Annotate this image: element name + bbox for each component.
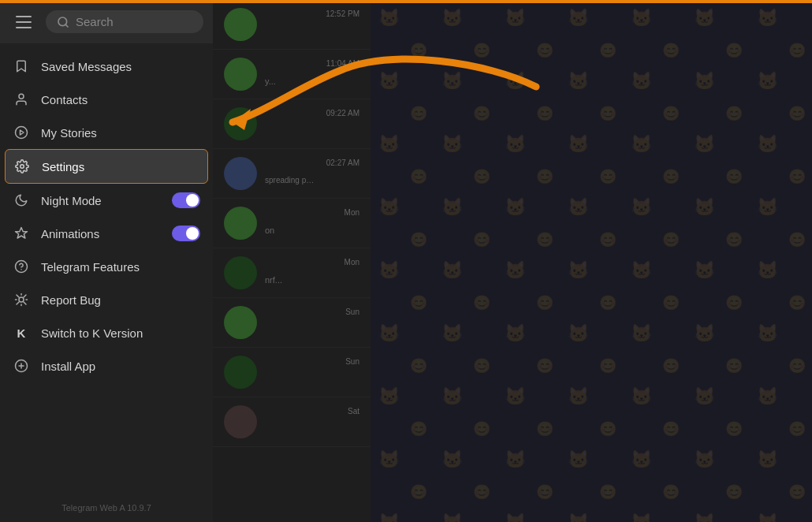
chat-preview: on [265,226,337,235]
svg-point-5 [20,165,24,169]
chat-time: Sat [348,407,359,416]
chat-preview: spreading pornograph... [265,176,318,185]
bookmark-icon [13,58,30,75]
chat-item[interactable]: 09:22 AM [213,99,371,149]
chat-name [265,416,340,428]
k-icon: K [13,324,30,341]
chat-time: 02:27 AM [326,158,359,167]
chat-time: Sun [345,357,359,366]
svg-point-2 [19,94,24,99]
chat-info [265,416,340,428]
chat-time: Mon [345,258,359,267]
chat-item[interactable]: on Mon [213,199,371,248]
chat-time: 09:22 AM [326,109,359,117]
hamburger-button[interactable] [9,8,38,36]
pattern-overlay: 🐱 😊 [371,0,812,522]
avatar [224,107,257,140]
sidebar-item-label: Install App [41,360,95,373]
main-area: 🐱 😊 [371,0,812,522]
avatar [224,405,257,438]
sparkles-icon [13,225,30,242]
sidebar-item-animations[interactable]: Animations [0,217,213,250]
nav-menu: Saved Messages Contacts [0,43,213,497]
sidebar-item-label: Settings [42,160,84,173]
sidebar-item-install-app[interactable]: Install App [0,349,213,382]
sidebar-item-report-bug[interactable]: Report Bug [0,283,213,316]
plus-circle-icon [13,357,30,375]
chat-time: Sun [345,308,359,316]
avatar [224,157,257,190]
avatar [224,356,257,389]
avatar [224,58,257,91]
app-container: Saved Messages Contacts [0,0,812,522]
chat-time: Mon [345,208,359,217]
sidebar-item-night-mode[interactable]: Night Mode [0,184,213,217]
sidebar-item-k-version[interactable]: K Switch to K Version [0,316,213,349]
gear-icon [13,158,31,175]
night-mode-toggle[interactable] [172,192,200,208]
chat-item[interactable]: Sat [213,397,371,447]
chat-item[interactable]: Sun [213,298,371,348]
bug-icon [13,291,30,308]
search-bar[interactable] [46,10,203,33]
chat-name [265,212,337,224]
sidebar-item-telegram-features[interactable]: Telegram Features [0,250,213,283]
sidebar-item-label: Switch to K Version [41,326,143,340]
sidebar: Saved Messages Contacts [0,0,213,522]
chat-info [265,317,337,329]
sidebar-item-label: Contacts [41,93,88,106]
chat-name [265,117,318,129]
chat-info [265,367,337,378]
hamburger-line-2 [16,21,32,23]
toggle-knob [186,194,199,207]
k-label: K [17,326,26,340]
svg-point-8 [19,297,24,302]
sidebar-item-stories[interactable]: My Stories [0,116,213,149]
svg-line-1 [65,24,68,27]
chat-time: 12:52 PM [326,9,359,18]
chat-info: nrf... [265,262,337,285]
chat-info [265,117,318,131]
person-icon [13,91,30,108]
chat-item[interactable]: spreading pornograph... 02:27 AM [213,149,371,199]
chat-item[interactable]: nrf... Mon [213,248,371,298]
avatar [224,8,257,41]
chat-info: spreading pornograph... [265,162,318,185]
moon-icon [13,192,30,209]
chat-item[interactable]: 12:52 PM [213,0,371,50]
chat-name [265,162,318,174]
chat-preview: nrf... [265,275,337,285]
svg-point-3 [16,127,28,139]
sidebar-item-settings[interactable]: Settings [5,149,208,184]
play-circle-icon [13,124,30,141]
sidebar-item-contacts[interactable]: Contacts [0,83,213,116]
question-circle-icon [13,258,30,275]
orange-border [0,0,812,3]
sidebar-item-label: Animations [41,227,99,240]
svg-marker-4 [20,130,24,135]
chat-name [265,262,337,274]
chat-item[interactable]: y... 11:04 AM [213,50,371,99]
chat-info [265,18,318,32]
svg-rect-14 [371,0,812,522]
sidebar-item-label: Saved Messages [41,60,132,73]
sidebar-item-label: Telegram Features [41,260,140,274]
chat-name [265,317,337,329]
sidebar-item-saved[interactable]: Saved Messages [0,50,213,83]
chat-preview: y... [265,76,318,86]
app-version: Telegram Web A 10.9.7 [0,497,213,522]
sidebar-header [0,0,213,43]
search-input[interactable] [76,15,192,28]
chat-item[interactable]: Sun [213,348,371,397]
avatar [224,306,257,339]
hamburger-line-1 [16,16,32,17]
chat-info: y... [265,63,318,86]
sidebar-item-label: My Stories [41,126,97,140]
avatar [224,207,257,240]
chat-info: on [265,212,337,235]
toggle-knob [186,227,199,240]
animations-toggle[interactable] [172,226,200,241]
sidebar-item-label: Night Mode [41,194,102,207]
chat-name [265,18,318,30]
background-pattern: 🐱 😊 [371,0,812,522]
